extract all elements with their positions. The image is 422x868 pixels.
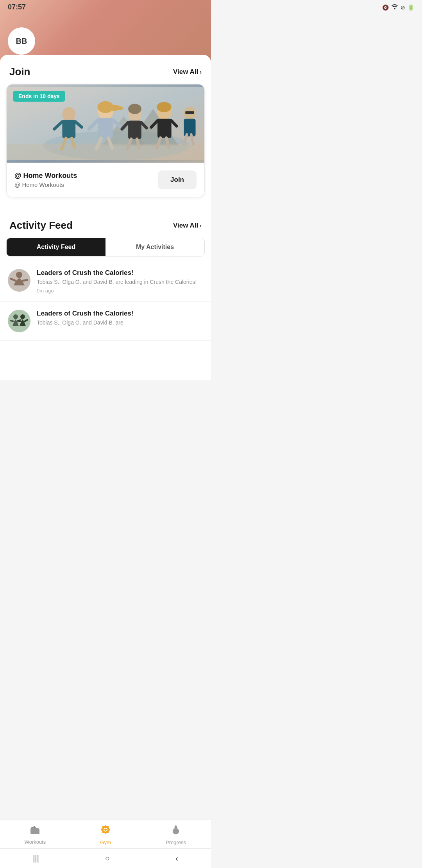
tab-my-activities[interactable]: My Activities (106, 238, 204, 256)
activity-feed-header: Activity Feed View All › (0, 208, 211, 238)
svg-point-39 (16, 272, 22, 278)
join-button[interactable]: Join (158, 170, 197, 189)
activity-list: Leaders of Crush the Calories! Tobias S.… (0, 261, 211, 341)
join-title: Join (9, 66, 30, 78)
activity-title-1: Leaders of Crush the Calories! (37, 269, 203, 277)
activity-desc-2: Tobias S., Olga O. and David B. are (37, 319, 203, 327)
svg-rect-5 (7, 144, 204, 160)
challenge-name-sub: @ Home Workouts (14, 181, 77, 188)
svg-point-43 (13, 314, 18, 319)
svg-rect-35 (184, 119, 196, 136)
status-time: 07:57 (8, 3, 26, 11)
activity-feed-title: Activity Feed (9, 219, 73, 231)
svg-line-41 (23, 280, 27, 281)
svg-line-44 (11, 321, 14, 321)
svg-point-46 (20, 314, 25, 319)
activity-chevron-icon: › (200, 222, 202, 229)
challenge-name-main: @ Home Workouts (14, 172, 77, 180)
activity-title-2: Leaders of Crush the Calories! (37, 310, 203, 317)
activity-tabs: Activity Feed My Activities (6, 238, 205, 256)
svg-line-47 (18, 321, 21, 321)
challenge-image: Ends in 10 days (7, 84, 204, 163)
svg-point-27 (157, 102, 171, 112)
svg-rect-7 (62, 120, 75, 138)
activity-item[interactable]: Leaders of Crush the Calories! Tobias S.… (0, 261, 211, 302)
activity-time-1: 0m ago (37, 288, 203, 294)
status-bar: 07:57 🔇 ⊘ 🔋 (0, 0, 211, 14)
svg-rect-14 (98, 118, 113, 138)
avatar[interactable]: BB (8, 27, 35, 55)
svg-point-20 (128, 104, 141, 114)
activity-item-2[interactable]: Leaders of Crush the Calories! Tobias S.… (0, 302, 211, 341)
chevron-right-icon: › (200, 69, 202, 75)
activity-feed-view-all[interactable]: View All › (173, 222, 202, 230)
svg-rect-21 (128, 121, 141, 139)
challenge-card: Ends in 10 days @ Home Workouts @ Home W… (6, 84, 205, 197)
ends-badge: Ends in 10 days (13, 91, 65, 102)
activity-text-1: Leaders of Crush the Calories! Tobias S.… (37, 269, 203, 294)
svg-rect-28 (157, 119, 172, 138)
join-section-header: Join View All › (0, 55, 211, 84)
challenge-names: @ Home Workouts @ Home Workouts (14, 172, 77, 188)
activity-avatar-2 (8, 310, 30, 332)
activity-avatar-1 (8, 269, 30, 292)
main-content: Join View All › (0, 55, 211, 380)
join-view-all[interactable]: View All › (173, 68, 202, 76)
activity-desc-1: Tobias S., Olga O. and David B. are lead… (37, 278, 203, 286)
svg-point-6 (62, 107, 75, 122)
activity-feed-section: Activity Feed View All › Activity Feed M… (0, 208, 211, 341)
tab-activity-feed[interactable]: Activity Feed (7, 238, 106, 256)
svg-rect-34 (185, 111, 194, 114)
activity-text-2: Leaders of Crush the Calories! Tobias S.… (37, 310, 203, 328)
challenge-info: @ Home Workouts @ Home Workouts Join (7, 163, 204, 197)
